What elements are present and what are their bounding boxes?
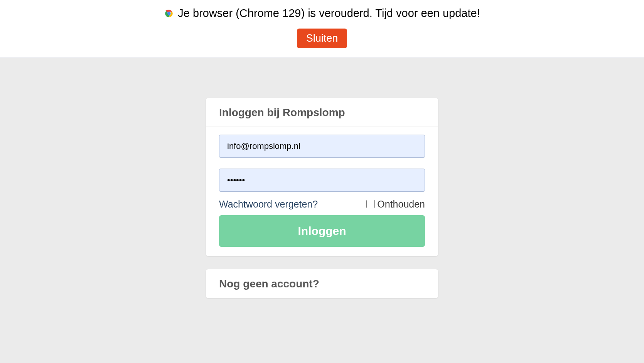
forgot-password-link[interactable]: Wachtwoord vergeten? (219, 199, 318, 210)
browser-outdated-banner: Je browser (Chrome 129) is verouderd. Ti… (0, 0, 644, 57)
email-input[interactable] (219, 135, 425, 158)
remember-wrap: Onthouden (366, 199, 425, 210)
signup-card: Nog geen account? (206, 269, 438, 298)
close-banner-button[interactable]: Sluiten (297, 29, 347, 48)
signup-title: Nog geen account? (219, 278, 425, 290)
password-input[interactable] (219, 169, 425, 192)
login-submit-button[interactable]: Inloggen (219, 215, 425, 247)
banner-close-row: Sluiten (0, 29, 644, 48)
login-card-body: Wachtwoord vergeten? Onthouden Inloggen (206, 127, 438, 256)
signup-card-header: Nog geen account? (206, 269, 438, 298)
svg-point-3 (168, 12, 170, 15)
login-card: Inloggen bij Rompslomp Wachtwoord verget… (206, 98, 438, 256)
remember-checkbox[interactable] (366, 200, 375, 208)
banner-message-row: Je browser (Chrome 129) is verouderd. Ti… (164, 7, 480, 20)
login-title: Inloggen bij Rompslomp (219, 106, 425, 119)
remember-label: Onthouden (377, 199, 425, 210)
login-card-header: Inloggen bij Rompslomp (206, 98, 438, 127)
login-options-row: Wachtwoord vergeten? Onthouden (219, 199, 425, 210)
main-container: Inloggen bij Rompslomp Wachtwoord verget… (202, 98, 442, 298)
chrome-icon (164, 8, 174, 19)
banner-message-text: Je browser (Chrome 129) is verouderd. Ti… (178, 7, 480, 20)
